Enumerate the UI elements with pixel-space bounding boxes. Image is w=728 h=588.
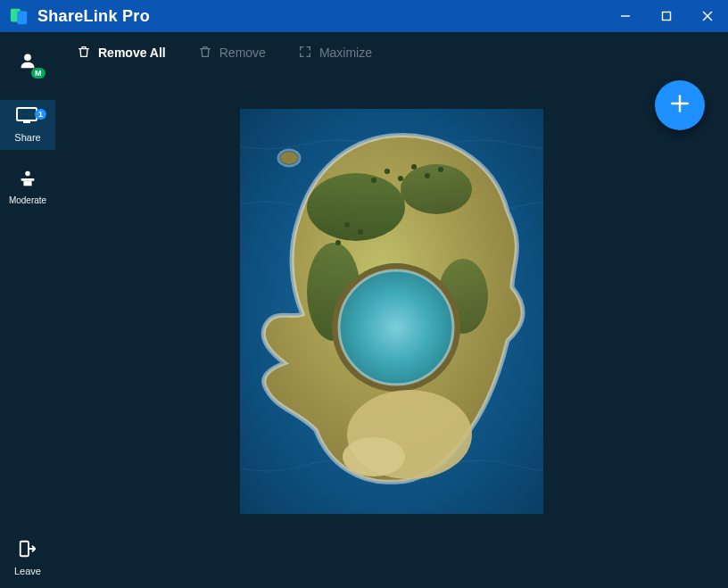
svg-point-21 — [385, 169, 390, 174]
svg-rect-11 — [23, 180, 31, 186]
svg-rect-10 — [21, 178, 35, 181]
window-controls — [605, 0, 728, 32]
svg-point-24 — [425, 173, 430, 178]
moderate-icon — [18, 169, 37, 192]
svg-rect-7 — [17, 108, 37, 120]
maximize-icon — [298, 45, 312, 62]
toolbar: Remove All Remove Maximize — [55, 32, 728, 73]
svg-rect-8 — [23, 121, 30, 123]
body: M 1 Share Moderate Leave — [0, 32, 728, 588]
content-area — [55, 73, 728, 588]
remove-all-label: Remove All — [98, 46, 166, 60]
svg-point-25 — [438, 167, 443, 172]
sidebar-item-label: Leave — [14, 566, 41, 576]
plus-icon — [668, 92, 691, 119]
svg-point-33 — [343, 437, 405, 476]
trash-icon — [198, 45, 212, 62]
add-button[interactable] — [655, 80, 705, 130]
maximize-window-button[interactable] — [646, 0, 687, 32]
sidebar-item-label: Share — [14, 132, 40, 143]
svg-rect-3 — [663, 12, 671, 21]
svg-point-9 — [25, 170, 30, 176]
svg-point-26 — [344, 222, 350, 228]
sidebar-item-moderate[interactable]: Moderate — [0, 159, 55, 214]
sidebar: M 1 Share Moderate Leave — [0, 32, 55, 588]
svg-point-23 — [411, 164, 417, 170]
sidebar-item-label: Moderate — [9, 195, 46, 205]
shared-image[interactable] — [240, 109, 543, 514]
minimize-button[interactable] — [605, 0, 646, 32]
svg-point-6 — [24, 54, 31, 61]
remove-button: Remove — [198, 45, 266, 62]
share-count-badge: 1 — [35, 109, 46, 120]
svg-rect-12 — [21, 542, 29, 557]
sidebar-item-user[interactable]: M — [0, 41, 55, 84]
trash-icon — [77, 45, 91, 62]
leave-icon — [18, 539, 37, 562]
remove-label: Remove — [219, 46, 266, 60]
svg-point-27 — [358, 229, 363, 235]
svg-point-20 — [371, 178, 376, 183]
svg-point-16 — [307, 173, 405, 241]
svg-point-22 — [398, 176, 403, 181]
app-window: ShareLink Pro M — [0, 0, 728, 588]
maximize-label: Maximize — [319, 46, 372, 60]
svg-rect-1 — [17, 12, 27, 25]
main-panel: Remove All Remove Maximize — [55, 32, 728, 588]
sidebar-item-share[interactable]: 1 Share — [0, 100, 55, 150]
svg-point-28 — [335, 240, 341, 245]
user-badge: M — [31, 68, 46, 79]
close-window-button[interactable] — [687, 0, 728, 32]
titlebar: ShareLink Pro — [0, 0, 728, 32]
remove-all-button[interactable]: Remove All — [77, 45, 166, 62]
sidebar-spacer — [0, 214, 55, 533]
svg-point-34 — [280, 152, 298, 164]
app-title: ShareLink Pro — [37, 7, 605, 26]
app-logo-icon — [9, 6, 29, 26]
svg-point-17 — [401, 164, 472, 214]
maximize-button: Maximize — [298, 45, 372, 62]
sidebar-item-leave[interactable]: Leave — [0, 533, 55, 583]
